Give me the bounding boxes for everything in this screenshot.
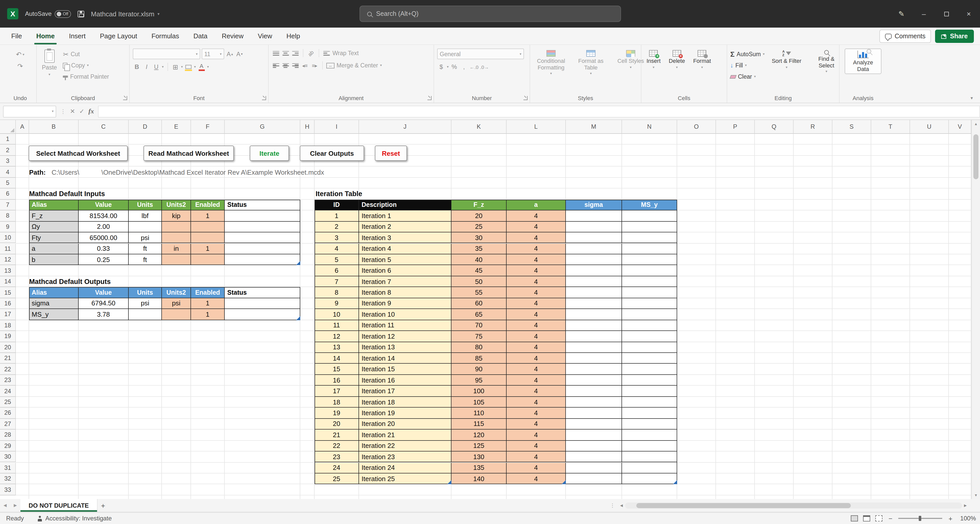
row-header-18[interactable]: 18 <box>0 320 16 331</box>
inputs-table-cell[interactable]: F_z <box>29 210 79 221</box>
column-header-B[interactable]: B <box>29 120 79 134</box>
zoom-slider[interactable] <box>899 515 942 522</box>
row-header-4[interactable]: 4 <box>0 167 16 178</box>
iteration-table-cell[interactable] <box>622 408 677 419</box>
iteration-table-cell[interactable] <box>566 364 622 375</box>
iteration-table-cell[interactable] <box>622 441 677 451</box>
inputs-table-cell[interactable]: 81534.00 <box>79 210 129 221</box>
iteration-table-cell[interactable]: Iteration 2 <box>359 221 452 233</box>
inputs-table-cell[interactable]: ft <box>129 254 162 265</box>
iteration-table-cell[interactable]: 25 <box>452 221 507 233</box>
reset-button[interactable]: Reset <box>375 146 407 161</box>
iteration-table-cell[interactable]: 115 <box>452 419 507 430</box>
column-header-U[interactable]: U <box>910 120 949 134</box>
accounting-format-button[interactable]: $ <box>437 62 445 72</box>
table-resize-handle[interactable] <box>447 480 452 484</box>
autosave-switch[interactable]: Off <box>55 10 71 18</box>
font-dialog-launcher-icon[interactable] <box>262 96 266 100</box>
row-header-3[interactable]: 3 <box>0 156 16 167</box>
row-header-14[interactable]: 14 <box>0 276 16 287</box>
sheet-nav-right-icon[interactable]: ▶ <box>10 499 21 512</box>
save-icon[interactable] <box>78 11 84 17</box>
iteration-table-cell[interactable] <box>566 375 622 386</box>
wrap-text-button[interactable]: Wrap Text <box>323 49 359 58</box>
row-header-27[interactable]: 27 <box>0 419 16 430</box>
normal-view-icon[interactable] <box>851 515 858 521</box>
column-header-M[interactable]: M <box>566 120 622 134</box>
inputs-table-cell[interactable]: lbf <box>129 210 162 221</box>
iteration-table-cell[interactable]: Iteration 3 <box>359 233 452 244</box>
row-header-31[interactable]: 31 <box>0 462 16 473</box>
inputs-table-cell[interactable] <box>129 221 162 233</box>
inputs-table-cell[interactable]: a <box>29 244 79 254</box>
iteration-table-cell[interactable] <box>622 244 677 254</box>
outputs-table-cell[interactable] <box>129 309 162 320</box>
copy-button[interactable]: Copy▾ <box>63 61 109 70</box>
iteration-table-cell[interactable] <box>622 462 677 473</box>
scroll-left-icon[interactable]: ◀ <box>619 503 624 507</box>
tab-data[interactable]: Data <box>186 27 215 45</box>
iteration-table-cell[interactable]: 4 <box>507 473 566 484</box>
autosum-button[interactable]: ΣAutoSum▾ <box>730 49 765 59</box>
column-header-K[interactable]: K <box>452 120 507 134</box>
iteration-table-cell[interactable] <box>566 451 622 462</box>
insert-cells-button[interactable]: + Insert ▾ <box>644 49 663 71</box>
pen-icon[interactable]: ✎ <box>899 10 904 18</box>
iteration-table-cell[interactable] <box>566 276 622 287</box>
iteration-table-cell[interactable]: 12 <box>315 331 359 342</box>
iteration-table-cell[interactable]: 23 <box>315 451 359 462</box>
redo-button[interactable]: ↷ <box>18 62 23 70</box>
scroll-down-icon[interactable]: ▼ <box>972 493 980 497</box>
iteration-table-cell[interactable]: Iteration 17 <box>359 386 452 397</box>
inputs-table-cell[interactable] <box>191 233 225 244</box>
row-header-9[interactable]: 9 <box>0 221 16 233</box>
iteration-table-cell[interactable]: 4 <box>507 331 566 342</box>
inputs-table-cell[interactable] <box>191 254 225 265</box>
scroll-right-icon[interactable]: ▶ <box>963 503 968 507</box>
row-header-21[interactable]: 21 <box>0 353 16 364</box>
iteration-table-cell[interactable]: 35 <box>452 244 507 254</box>
horizontal-scroll-thumb[interactable] <box>636 503 851 508</box>
iteration-table-cell[interactable]: 100 <box>452 386 507 397</box>
inputs-table-cell[interactable]: 2.00 <box>79 221 129 233</box>
iteration-table-cell[interactable]: 50 <box>452 276 507 287</box>
column-header-O[interactable]: O <box>677 120 716 134</box>
iteration-table-cell[interactable] <box>566 430 622 441</box>
grow-font-button[interactable]: A▴ <box>226 49 234 59</box>
iteration-table-cell[interactable] <box>566 408 622 419</box>
outputs-table-cell[interactable]: 1 <box>191 298 225 309</box>
iteration-table-cell[interactable] <box>566 320 622 331</box>
iteration-table-cell[interactable]: 5 <box>315 254 359 265</box>
outputs-table-cell[interactable] <box>225 309 300 320</box>
iteration-table-cell[interactable] <box>622 451 677 462</box>
tab-file[interactable]: File <box>4 27 29 45</box>
iteration-table-cell[interactable]: 2 <box>315 221 359 233</box>
iteration-table-cell[interactable] <box>622 287 677 298</box>
scroll-up-icon[interactable]: ▲ <box>972 122 980 126</box>
inputs-table-cell[interactable] <box>191 221 225 233</box>
column-header-H[interactable]: H <box>300 120 315 134</box>
undo-button[interactable]: ↶▾ <box>16 51 24 58</box>
add-sheet-button[interactable]: + <box>97 499 109 512</box>
iteration-table-cell[interactable] <box>566 210 622 221</box>
page-layout-view-icon[interactable] <box>863 515 870 521</box>
zoom-in-button[interactable]: + <box>948 514 953 522</box>
table-resize-handle[interactable] <box>562 480 566 484</box>
iteration-table-cell[interactable]: Iteration 11 <box>359 320 452 331</box>
formula-input[interactable] <box>98 105 980 117</box>
iteration-table-cell[interactable]: 4 <box>507 298 566 309</box>
column-header-F[interactable]: F <box>191 120 225 134</box>
fill-color-button[interactable] <box>185 62 192 72</box>
number-dialog-launcher-icon[interactable] <box>523 96 528 100</box>
delete-cells-button[interactable]: × Delete ▾ <box>667 49 687 71</box>
analyze-data-button[interactable]: Analyze Data <box>845 49 881 74</box>
iteration-table-cell[interactable]: 4 <box>507 233 566 244</box>
inputs-table-cell[interactable]: 0.25 <box>79 254 129 265</box>
tab-review[interactable]: Review <box>215 27 251 45</box>
alignment-dialog-launcher-icon[interactable] <box>428 96 431 100</box>
outputs-table-cell[interactable]: 3.78 <box>79 309 129 320</box>
merge-center-button[interactable]: ↔Merge & Center▾ <box>326 61 382 70</box>
row-header-12[interactable]: 12 <box>0 254 16 265</box>
number-format-select[interactable]: General▾ <box>437 49 524 59</box>
page-break-view-icon[interactable] <box>875 515 883 521</box>
